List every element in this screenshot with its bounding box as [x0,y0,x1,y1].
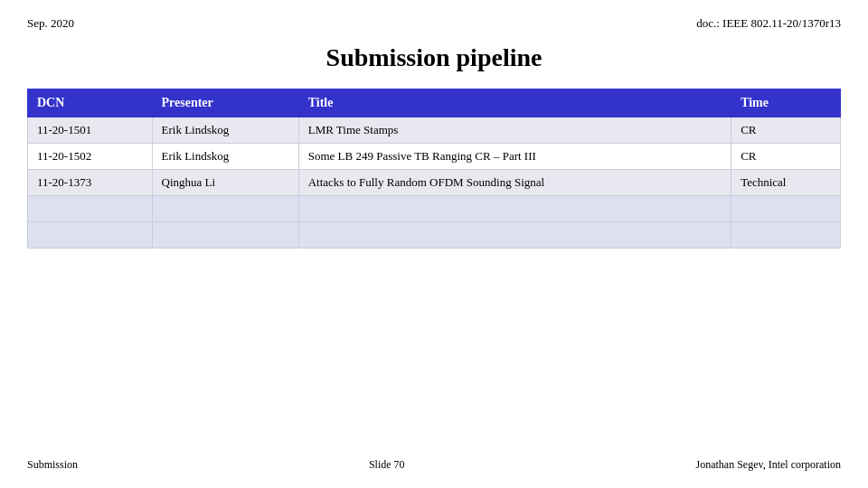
table-row-empty [28,222,841,249]
col-header-presenter: Presenter [152,89,298,117]
cell-time: Technical [731,170,841,196]
cell-presenter: Erik Lindskog [152,144,298,170]
cell-empty [298,196,731,222]
col-header-title: Title [298,89,731,117]
cell-empty [152,196,298,222]
cell-empty [152,222,298,249]
table-row: 11-20-1502Erik LindskogSome LB 249 Passi… [28,144,841,170]
cell-dcn: 11-20-1502 [28,144,153,170]
footer-left: Submission [27,458,78,472]
cell-presenter: Erik Lindskog [152,117,298,144]
cell-empty [28,222,153,249]
submission-table: DCN Presenter Title Time 11-20-1501Erik … [27,89,841,249]
table-header-row: DCN Presenter Title Time [28,89,841,117]
table-row-empty [28,196,841,222]
cell-empty [28,196,153,222]
col-header-dcn: DCN [28,89,153,117]
cell-title: LMR Time Stamps [298,117,731,144]
footer-center: Slide 70 [369,458,405,472]
slide-footer: Submission Slide 70 Jonathan Segev, Inte… [27,458,841,472]
table-row: 11-20-1373Qinghua LiAttacks to Fully Ran… [28,170,841,196]
cell-empty [298,222,731,249]
cell-dcn: 11-20-1501 [28,117,153,144]
cell-empty [731,196,841,222]
cell-time: CR [731,117,841,144]
slide-page: Sep. 2020 doc.: IEEE 802.11-20/1370r13 S… [0,0,868,488]
cell-presenter: Qinghua Li [152,170,298,196]
cell-title: Attacks to Fully Random OFDM Sounding Si… [298,170,731,196]
date-label: Sep. 2020 [27,16,74,31]
table-row: 11-20-1501Erik LindskogLMR Time StampsCR [28,117,841,144]
page-title: Submission pipeline [27,43,841,72]
slide-header: Sep. 2020 doc.: IEEE 802.11-20/1370r13 [27,16,841,31]
footer-right: Jonathan Segev, Intel corporation [695,458,841,472]
doc-reference: doc.: IEEE 802.11-20/1370r13 [696,16,841,31]
col-header-time: Time [731,89,841,117]
cell-empty [731,222,841,249]
cell-time: CR [731,144,841,170]
cell-dcn: 11-20-1373 [28,170,153,196]
cell-title: Some LB 249 Passive TB Ranging CR – Part… [298,144,731,170]
